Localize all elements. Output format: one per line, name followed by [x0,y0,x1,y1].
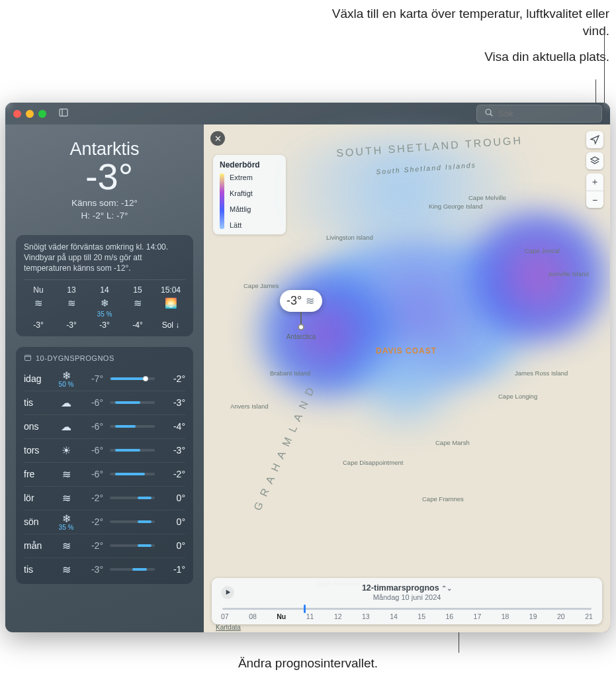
low-temp: -6° [79,421,103,432]
daily-row[interactable]: fre ≋ -6° -2° [24,462,185,486]
daily-row[interactable]: tis ☁ -6° -3° [24,391,185,414]
svg-line-3 [490,114,492,116]
low-temp: -6° [79,445,103,456]
timeline-slider[interactable] [222,608,592,610]
svg-rect-4 [25,355,31,360]
close-window-button[interactable] [13,110,21,118]
location-pin[interactable]: -3° ≋ Antarctica [280,290,322,340]
precip-chance [123,311,152,318]
timeline-tick: 17 [474,612,482,620]
high-temp: 0° [161,540,185,551]
svg-point-2 [486,109,491,115]
daily-row[interactable]: sön ❄35 % -2° 0° [24,510,185,534]
hourly-item[interactable]: 13 ≋ -3° [57,285,86,330]
window-controls [13,110,46,118]
timeline-tick: 11 [306,612,314,620]
minimize-window-button[interactable] [26,110,34,118]
search-field[interactable] [476,105,602,122]
precip-chance [24,311,53,318]
wind-icon: ≋ [24,297,53,309]
precipitation-map[interactable]: ✕ Nederbörd ExtremKraftigtMåttligLätt ＋ … [204,124,610,632]
daily-row[interactable]: tis ≋ -3° -1° [24,557,185,581]
map-attribution-link[interactable]: Kartdata [216,624,241,631]
timeline-date: Måndag 10 juni 2024 [242,593,572,601]
high-low: H: -2° L: -7° [16,211,193,220]
wind-icon: ≋ [57,297,86,309]
timeline-now-marker[interactable] [304,604,306,613]
forecast-timeline: 12-timmarsprognos ⌃⌄ Måndag 10 juni 2024… [212,578,602,624]
day-label: ons [24,421,53,432]
daily-heading: 10-DYGNSPROGNOS [36,354,114,362]
day-label: fre [24,469,53,479]
high-temp: -2° [161,373,185,384]
map-place-label: Joinville Island [548,270,589,277]
wind-icon: ≋ [53,468,79,481]
fullscreen-window-button[interactable] [38,110,46,118]
precip-chance [57,311,86,318]
timeline-tick: 14 [390,612,398,620]
legend-level: Lätt [230,221,253,229]
legend-level: Kraftigt [230,189,253,197]
map-place-label: Cape Framnes [422,495,464,503]
map-place-label: Cape Juncal [525,247,560,254]
timeline-title[interactable]: 12-timmarsprognos [362,583,439,593]
map-place-label: Cape James [243,282,279,289]
daily-row[interactable]: ons ☁ -6° -4° [24,414,185,438]
pin-temp: -3° [286,294,302,308]
hour-label: 15 [123,285,152,295]
callout-interval: Ändra prognosintervallet. [0,656,616,671]
callout-locate: Visa din aktuella plats. [305,48,609,66]
temp-range-bar [110,568,155,571]
legend-level: Måttlig [230,205,253,213]
timeline-tick: 16 [445,612,453,620]
play-button[interactable] [221,586,234,599]
cloud-icon: ☁ [53,420,79,433]
hour-label: 13 [57,285,86,295]
svg-rect-0 [60,109,67,116]
hour-label: 14 [90,285,119,295]
titlebar [5,103,610,124]
map-place-label: Cape Marsh [435,439,470,446]
zoom-in-button[interactable]: ＋ [586,173,603,191]
calendar-icon [24,354,32,363]
ten-day-forecast-card[interactable]: 10-DYGNSPROGNOS idag ❄50 % -7° -2°tis ☁ … [16,347,193,584]
wind-icon: ≋ [53,540,79,552]
high-temp: 0° [161,493,185,503]
timeline-tick: 21 [585,612,593,620]
map-place-label: Cape Longing [498,393,537,400]
daily-row[interactable]: mån ≋ -2° 0° [24,534,185,557]
timeline-tick: 20 [557,612,565,620]
high-temp: -1° [161,564,185,575]
cloud-icon: ☁ [53,397,79,409]
search-input[interactable] [498,109,595,119]
hourly-item[interactable]: 14 ❄ 35 % -3° [90,285,119,330]
map-layers-button[interactable] [586,152,603,169]
day-label: lör [24,493,53,503]
day-label: tis [24,397,53,408]
daily-row[interactable]: tors ☀ -6° -3° [24,438,185,462]
hourly-forecast-card[interactable]: Snöigt väder förväntas omkring kl. 14:00… [16,235,193,336]
timeline-tick: 08 [249,612,257,620]
sidebar-toggle-icon[interactable] [58,107,69,121]
legend-title: Nederbörd [220,160,279,169]
wind-icon: ≋ [306,295,314,307]
day-label: mån [24,540,53,551]
high-temp: -3° [161,445,185,456]
legend-level: Extrem [230,173,253,181]
wind-icon: ≋ [53,492,79,505]
callout-layers: Växla till en karta över temperatur, luf… [305,5,609,39]
hour-temp: -3° [24,320,53,330]
current-temperature: -3° [16,158,193,195]
daily-row[interactable]: idag ❄50 % -7° -2° [24,367,185,391]
locate-me-button[interactable] [586,131,603,148]
precip-chance: 35 % [90,311,119,318]
hourly-item[interactable]: Nu ≋ -3° [24,285,53,330]
low-temp: -3° [79,564,103,575]
timeline-tick: 19 [529,612,537,620]
close-map-button[interactable]: ✕ [210,131,225,146]
hour-temp: -3° [57,320,86,330]
hourly-item[interactable]: 15 ≋ -4° [123,285,152,330]
daily-row[interactable]: lör ≋ -2° 0° [24,486,185,510]
hourly-item[interactable]: 15:04 🌅 Sol ↓ [156,285,185,330]
zoom-out-button[interactable]: − [586,191,603,208]
